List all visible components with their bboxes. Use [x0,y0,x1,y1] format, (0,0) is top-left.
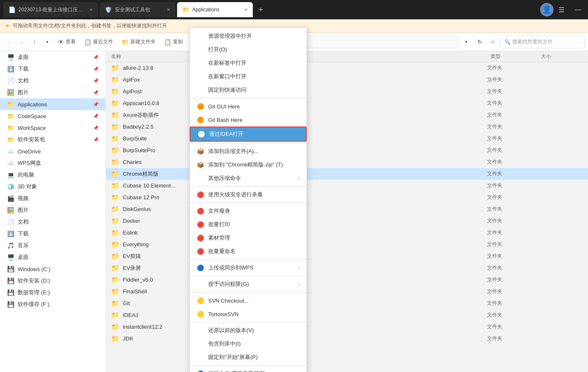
tab-2[interactable]: 🛡️ 安全测试工具包 ✕ [100,2,175,17]
file-row-allure[interactable]: 📁 allure-2.13.8 文件夹 [106,62,588,74]
file-row-cubase12[interactable]: 📁 Cubase 12 Pro 文件夹 [106,192,588,203]
file-row-chrome[interactable]: 📁 Chrome精简版 文件夹 [106,168,588,180]
ctx-item-restore-prev[interactable]: 还原以前的版本(V) [190,324,307,337]
sidebar-item-pictures[interactable]: 🖼️ 图片 [0,204,106,216]
file-row-cubase10[interactable]: 📁 Cubase 10 Element... 文件夹 [106,180,588,192]
look-button[interactable]: 👁 查看 [55,37,79,47]
ctx-sep-sep5 [190,259,307,260]
tab-2-close[interactable]: ✕ [167,7,170,13]
file-row-appscan[interactable]: 📁 Appscan10.0.8 文件夹 [106,98,588,109]
file-type-chrome: 文件夹 [487,170,538,177]
ctx-item-file-slim[interactable]: 🔴 文件瘦身 [190,204,307,218]
sidebar-item-pics[interactable]: 🖼️ 图片 📌 [0,87,106,98]
file-row-instantclient[interactable]: 📁 instantclient12.2 文件夹 [106,321,588,333]
ctx-item-crush-file[interactable]: 🔵 粉碎文件(腾讯电脑管家) [190,367,307,372]
file-row-docker[interactable]: 📁 Docker 文件夹 [106,215,588,227]
file-row-git[interactable]: 📁 Git 文件夹 [106,298,588,309]
ctx-icon-crush-file: 🔵 [196,370,204,372]
file-row-burpsuite[interactable]: 📁 BurpSuite 文件夹 [106,133,588,145]
ctx-item-grant-access[interactable]: 授予访问权限(G) › [190,277,307,291]
file-row-apifox[interactable]: 📁 ApiFox 文件夹 [106,74,588,86]
file-row-badboy[interactable]: 📁 Badboy2.2.5 文件夹 [106,121,588,133]
ctx-item-include-library[interactable]: 包含到库中(I) [190,337,307,351]
new-folder-button[interactable]: 📁 新建文件夹 [118,37,159,47]
bookmark-button[interactable]: ☆ [487,36,499,48]
sidebar-item-3d-objects[interactable]: 🧊 3D 对象 [0,181,106,193]
ctx-item-git-bash[interactable]: 🟠 Git Bash Here [190,113,307,127]
file-row-eolink[interactable]: 📁 Eolink 文件夹 [106,227,588,239]
file-row-burpsuitepro[interactable]: 📁 BurpSuitePro 文件夹 [106,145,588,156]
tab-1-close[interactable]: ✕ [89,7,93,13]
ctx-item-other-compress[interactable]: 其他压缩命令 › [190,171,307,185]
file-row-ideaj[interactable]: 📁 IDEAJ 文件夹 [106,309,588,321]
sidebar-item-applications[interactable]: 📁 Applications 📌 [0,98,106,110]
sidebar-item-f-drive[interactable]: 💾 软件缓存 (F:) [0,298,106,310]
ctx-item-add-zip[interactable]: 📦 添加到压缩文件(A)... [190,145,307,158]
nav-forward[interactable]: › [16,36,28,48]
sidebar-item-desktop[interactable]: 🖥️ 桌面 📌 [0,51,106,63]
file-row-axure[interactable]: 📁 Axure谷歌插件 文件夹 [106,109,588,121]
ctx-item-add-chrome-zip[interactable]: 📦 添加到 "Chrome精简版.zip" (T) [190,158,307,171]
sidebar-item-e-drive[interactable]: 💾 数据管理 (E:) [0,287,106,298]
ctx-item-svn-checkout[interactable]: 🟡 SVN Checkout... [190,294,307,307]
sidebar-item-download[interactable]: ⬇️ 下载 📌 [0,63,106,75]
ctx-item-batch-rename[interactable]: 🔴 批量重命名 [190,245,307,258]
ctx-item-pin-quick[interactable]: 固定到快速访问 [190,83,307,97]
nav-dropdown[interactable]: ▾ [41,36,53,48]
sidebar-icon-desktop: 🖥️ [7,53,14,61]
sidebar-item-onedrive[interactable]: ☁️ OneDrive [0,145,106,157]
ctx-item-batch-print[interactable]: 🔴 批量打印 [190,218,307,231]
recent-button[interactable]: 📋 最近文件 [81,37,117,47]
ctx-item-tortoise-svn[interactable]: 🟡 TortoiseSVN [190,307,307,321]
sidebar-item-downloads[interactable]: ⬇️ 下载 [0,228,106,240]
sidebar-item-wps[interactable]: ☁️ WPS网盘 [0,157,106,169]
ctx-item-open[interactable]: 打开(O) [190,43,307,56]
tab-3-close[interactable]: ✕ [244,7,248,13]
user-avatar[interactable]: 👤 [540,3,554,16]
tab-1[interactable]: 📄 20230713-批量上传接口压测-高... ✕ [3,2,98,17]
file-row-apipost[interactable]: 📁 ApiPost 文件夹 [106,86,588,98]
sidebar-item-desktop2[interactable]: 🖥️ 桌面 [0,251,106,263]
sidebar-item-software-package[interactable]: 📁 软件安装包 📌 [0,134,106,145]
sidebar-icon-docs: 📄 [7,77,14,84]
sidebar-item-this-pc[interactable]: 💻 此电脑 [0,169,106,181]
ctx-item-open-explorer[interactable]: 资源管理器中打开 [190,29,307,43]
nav-up[interactable]: ↑ [29,36,40,48]
ctx-item-fire-scan[interactable]: 🔴 使用火绒安全进行杀毒 [190,188,307,201]
nav-back[interactable]: ‹ [3,36,15,48]
minimize-button[interactable]: — [571,4,585,15]
copy-button[interactable]: 📋 复制 [161,37,186,47]
file-row-charles[interactable]: 📁 Charles 文件夹 [106,156,588,168]
file-row-everything[interactable]: 📁 Everything 文件夹 [106,239,588,251]
file-row-ev-edit[interactable]: 📁 EV剪辑 文件夹 [106,251,588,262]
file-row-jdk[interactable]: 📁 JDK 文件夹 [106,333,588,345]
ctx-item-open-new-tab[interactable]: 在新标签中打开 [190,56,307,70]
refresh-button[interactable]: ↻ [474,36,485,48]
menu-button[interactable]: ☰ [555,4,568,16]
search-bar[interactable]: 🔍 搜索您想要的文件 [501,36,585,48]
sidebar-item-d-drive[interactable]: 💾 软件安装 (D:) [0,275,106,287]
ctx-item-git-gui[interactable]: 🟠 Git GUI Here [190,100,307,113]
sidebar-item-documents[interactable]: 📄 文档 [0,216,106,228]
ctx-item-pin-start[interactable]: 固定到"开始"屏幕(P) [190,351,307,364]
sidebar-item-c-drive[interactable]: 💾 Windows (C:) [0,263,106,275]
address-dropdown[interactable]: ▾ [460,36,472,48]
ctx-label-tortoise-svn: TortoiseSVN [208,311,300,317]
ctx-item-open-new-window[interactable]: 在新窗口中打开 [190,70,307,83]
sidebar-item-music[interactable]: 🎵 音乐 [0,240,106,251]
sidebar-item-codespace[interactable]: 📁 CodeSpace 📌 [0,110,106,122]
ctx-label-include-library: 包含到库中(I) [208,340,300,348]
file-row-diskgenius[interactable]: 📁 DiskGenius 文件夹 [106,203,588,215]
tab-3[interactable]: 📁 Applications ✕ [177,2,253,17]
file-row-finalshell[interactable]: 📁 FinalShell 文件夹 [106,286,588,298]
sidebar-item-workspace[interactable]: 📁 WorkSpace 📌 [0,122,106,134]
ctx-item-material-manage[interactable]: 🔴 素材管理 [190,231,307,245]
file-row-ev-rec[interactable]: 📁 EV录屏 文件夹 [106,262,588,274]
ctx-item-open-idea[interactable]: 🔴 通过IDEA打开 [190,127,307,142]
sidebar-item-video[interactable]: 🎬 视频 [0,193,106,204]
ctx-icon-add-chrome-zip: 📦 [196,161,204,169]
file-row-fiddler[interactable]: 📁 Fiddler_v5.0 文件夹 [106,274,588,286]
sidebar-item-docs[interactable]: 📄 文档 📌 [0,75,106,87]
ctx-item-upload-wps[interactable]: 🔵 上传或同步到WPS › [190,261,307,274]
new-tab-button[interactable]: + [254,3,267,16]
